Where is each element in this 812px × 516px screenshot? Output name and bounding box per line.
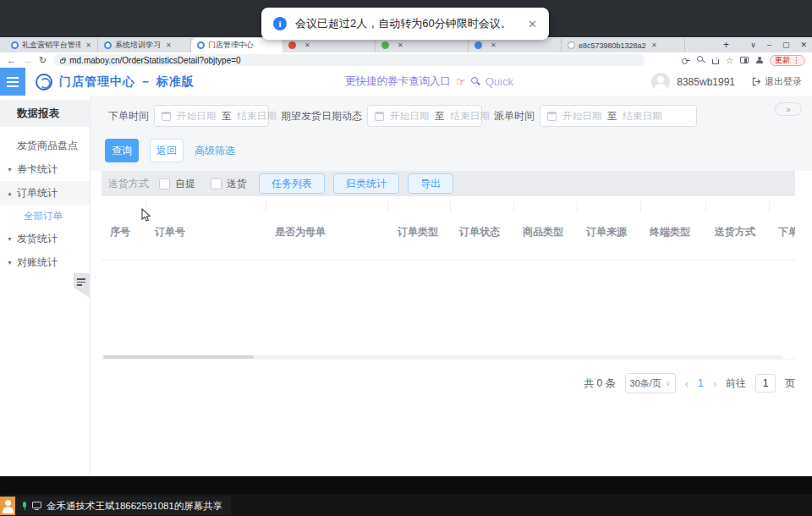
new-tab-button[interactable]: + xyxy=(723,40,729,50)
browser-tab[interactable]: 系统培训学习✕ xyxy=(98,38,191,52)
date-range-separator: 至 xyxy=(435,110,445,123)
checkbox-box[interactable] xyxy=(159,178,170,189)
tab-close-icon[interactable]: ✕ xyxy=(85,41,91,49)
chevron-down-icon: ∨ xyxy=(666,380,671,387)
sidebar-item-label: 订单统计 xyxy=(17,186,58,200)
sidebar-item[interactable]: ▼对账统计 xyxy=(0,250,90,274)
password-key-icon[interactable] xyxy=(682,56,690,64)
toolbar-button[interactable]: 导出 xyxy=(408,173,453,194)
horizontal-scrollbar-thumb[interactable] xyxy=(103,355,254,359)
date-range-input[interactable]: 开始日期至结束日期 xyxy=(540,105,697,127)
desktop-bottom-area: 金禾通技术王斌18662591081的屏幕共享 xyxy=(0,476,812,516)
browser-tab[interactable]: ✕ xyxy=(283,38,376,52)
sidebar-item[interactable]: 全部订单 xyxy=(0,205,90,227)
sidebar-item[interactable]: ▲订单统计 xyxy=(0,181,90,205)
filter-group: 期望发货日期动态开始日期至结束日期 xyxy=(281,105,482,127)
checkbox-box[interactable] xyxy=(211,178,222,189)
start-date-placeholder: 开始日期 xyxy=(562,110,601,123)
sidebar-item-label: 对账统计 xyxy=(17,255,58,270)
url-field[interactable]: md.maboy.cn/OrderStatisticsDetail?objtyp… xyxy=(53,54,645,66)
calendar-icon xyxy=(375,112,384,121)
advanced-filter-link[interactable]: 高级筛选 xyxy=(195,144,235,158)
window-close-icon[interactable]: ✕ xyxy=(800,41,807,49)
browser-tab[interactable]: ✕ xyxy=(469,38,562,52)
column-divider xyxy=(578,201,641,212)
tab-list: 礼盒营销平台管理中心✕系统培训学习✕门店管理中心✕✕✕e8c573980b132… xyxy=(5,38,685,52)
prev-page-button[interactable]: ‹ xyxy=(685,377,689,390)
sidebar-item-label: 券卡统计 xyxy=(17,162,58,177)
column-header: 下单时间 xyxy=(770,223,795,239)
bookmark-star-icon[interactable]: ☆ xyxy=(726,56,733,65)
filters-expand-button[interactable]: » xyxy=(775,102,802,116)
side-panel-icon[interactable] xyxy=(740,57,749,63)
browser-tab[interactable]: ✕ xyxy=(376,38,469,52)
tab-close-icon[interactable]: ✕ xyxy=(398,41,403,49)
toast-close-icon[interactable]: ✕ xyxy=(528,18,537,30)
reload-icon[interactable]: ↻ xyxy=(39,56,47,65)
sidebar-collapse-handle[interactable] xyxy=(74,273,90,298)
goto-page-input[interactable] xyxy=(755,374,776,392)
column-divider xyxy=(514,201,578,212)
browser-tab[interactable]: 门店管理中心 xyxy=(191,38,283,52)
forward-icon[interactable]: → xyxy=(23,56,32,65)
filter-group: 派单时间开始日期至结束日期 xyxy=(494,105,697,127)
delivery-checkbox[interactable]: 自提 xyxy=(159,177,195,191)
start-date-placeholder: 开始日期 xyxy=(390,110,429,123)
tab-close-icon[interactable]: ✕ xyxy=(166,41,172,49)
sidebar-item[interactable]: 发货商品盘点 xyxy=(0,134,90,157)
search-button[interactable]: 查询 xyxy=(105,139,139,162)
start-date-placeholder: 开始日期 xyxy=(177,110,216,123)
sidebar-item[interactable]: ▼发货统计 xyxy=(0,227,90,250)
toolbar-button[interactable]: 任务列表 xyxy=(259,173,325,194)
tab-label: 礼盒营销平台管理中心 xyxy=(22,40,80,51)
quick-label[interactable]: Quick xyxy=(486,75,513,88)
window-menu-icon[interactable]: ∨ xyxy=(750,41,756,49)
filter-group: 下单时间开始日期至结束日期 xyxy=(108,105,269,127)
menu-toggle-button[interactable] xyxy=(0,68,25,96)
column-header: 商品类型 xyxy=(514,223,578,239)
sidebar-item[interactable]: ▼券卡统计 xyxy=(0,157,90,181)
profile-icon[interactable] xyxy=(755,57,763,64)
taskbar-user-icon[interactable] xyxy=(0,497,15,515)
date-range-input[interactable]: 开始日期至结束日期 xyxy=(367,105,482,127)
tab-close-icon[interactable]: ✕ xyxy=(304,41,310,49)
calendar-icon xyxy=(547,112,557,121)
quick-entry-zone: 更快捷的券卡查询入口 ☞ Quick xyxy=(345,68,513,96)
back-button[interactable]: 返回 xyxy=(150,139,184,162)
sidebar-item-label: 发货商品盘点 xyxy=(17,139,78,153)
window-maximize-icon[interactable]: ▢ xyxy=(782,41,790,49)
share-icon[interactable] xyxy=(712,59,719,64)
quick-search-icon[interactable] xyxy=(471,77,480,86)
logout-button[interactable]: 退出登录 xyxy=(752,75,802,88)
quick-entry-link[interactable]: 更快捷的券卡查询入口 xyxy=(345,74,451,89)
browser-update-button[interactable]: 更新 ⋮ xyxy=(770,55,805,66)
more-menu-icon[interactable]: ⋮ xyxy=(793,56,800,64)
screen-share-bar: 金禾通技术王斌18662591081的屏幕共享 xyxy=(15,497,231,515)
tab-favicon-icon xyxy=(475,41,482,49)
browser-tab[interactable]: e8c573980b1328a258fd2e6✕ xyxy=(562,38,685,52)
browser-tab[interactable]: 礼盒营销平台管理中心✕ xyxy=(5,38,98,52)
current-page[interactable]: 1 xyxy=(698,377,704,389)
addressbar-icons: ☆ 更新 ⋮ xyxy=(682,55,805,66)
next-page-button[interactable]: › xyxy=(713,377,716,390)
window-minimize-icon[interactable]: – xyxy=(767,41,771,49)
date-range-input[interactable]: 开始日期至结束日期 xyxy=(154,105,269,127)
column-header-label: 终端类型 xyxy=(650,226,690,238)
zoom-icon[interactable] xyxy=(697,56,705,64)
toolbar-button[interactable]: 归类统计 xyxy=(333,173,399,194)
filter-label: 下单时间 xyxy=(108,109,149,124)
filter-label: 派单时间 xyxy=(494,109,535,124)
tab-close-icon[interactable]: ✕ xyxy=(651,41,657,49)
app-header: 门店管理中心 － 标准版 更快捷的券卡查询入口 ☞ Quick 8385wb19… xyxy=(0,68,812,96)
toolbar-buttons: 任务列表归类统计导出 xyxy=(259,173,453,194)
column-header-label: 是否为母单 xyxy=(275,226,326,238)
window-controls: ∨ – ▢ ✕ xyxy=(750,37,807,52)
pagination: 共 0 条 30条/页 ∨ ‹ 1 › 前往 页 xyxy=(584,373,795,393)
tab-close-icon[interactable]: ✕ xyxy=(491,41,497,49)
delivery-checkbox[interactable]: 送货 xyxy=(211,177,247,191)
back-icon[interactable]: ← xyxy=(7,56,16,65)
column-header: 是否为母单 xyxy=(266,223,389,239)
actions-row: 查询 返回 高级筛选 xyxy=(105,139,235,162)
page-size-select[interactable]: 30条/页 ∨ xyxy=(625,373,676,393)
content-area: 下单时间开始日期至结束日期期望发货日期动态开始日期至结束日期派单时间开始日期至结… xyxy=(91,96,812,476)
